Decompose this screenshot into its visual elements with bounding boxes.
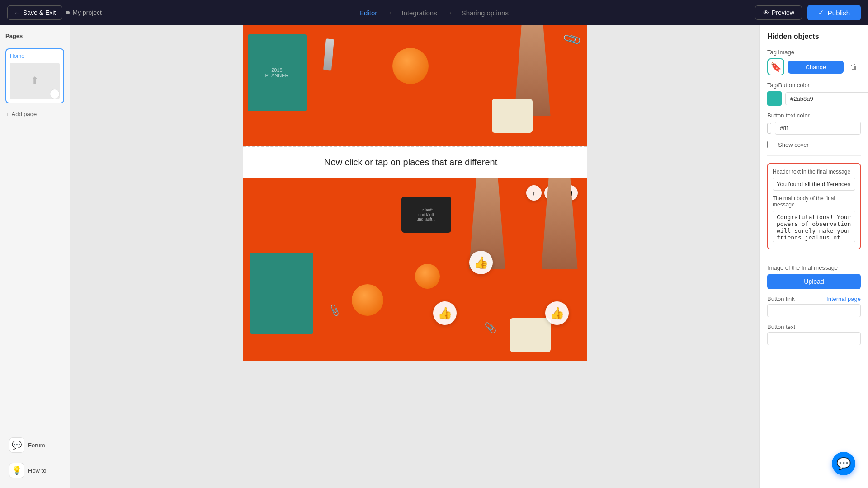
change-image-button[interactable]: Change — [788, 61, 844, 74]
button-text-label: Button text — [767, 324, 861, 330]
sidebar-tools: 💬 Forum 💡 How to — [5, 435, 64, 481]
bottom-planner-decoration — [250, 253, 313, 334]
thumbs-badge-1: 👍 — [469, 251, 493, 274]
arrow-1: → — [386, 9, 392, 16]
preview-button[interactable]: 👁 Preview — [755, 5, 802, 20]
home-page-label: Home — [10, 53, 60, 59]
move-up-button[interactable]: ↑ — [526, 185, 542, 201]
canvas-area[interactable]: 2018PLANNER 📎 Now click or tap on places… — [70, 25, 760, 488]
back-arrow-icon: ← — [14, 9, 20, 16]
orange-decoration-1 — [392, 48, 429, 84]
add-page-label: Add page — [12, 111, 37, 117]
final-message-header-input[interactable] — [773, 178, 855, 191]
final-message-body-label: The main body of the final message — [773, 195, 855, 208]
button-link-row: Button link Internal page — [767, 296, 861, 302]
final-message-body-textarea[interactable]: Congratulations! Your powers of observat… — [773, 211, 855, 242]
button-text-color-label: Button text color — [767, 112, 861, 119]
show-cover-checkbox[interactable] — [767, 141, 774, 148]
image-final-label: Image of the final message — [767, 264, 861, 271]
delete-tag-button[interactable]: 🗑 — [847, 60, 861, 74]
button-text-input[interactable] — [767, 332, 861, 345]
nail-decoration — [323, 38, 334, 70]
dot-icon — [66, 11, 70, 14]
publish-button[interactable]: ✓ Publish — [807, 5, 861, 20]
tag-button-color-section: Tag/Button color — [767, 82, 861, 106]
top-navigation: ← Save & Exit My project Editor → Integr… — [0, 0, 868, 25]
tag-image-section: Tag image 🔖 Change 🗑 — [767, 49, 861, 75]
planner-decoration: 2018PLANNER — [248, 34, 307, 111]
button-link-input[interactable] — [767, 304, 861, 317]
howto-label: How to — [28, 467, 46, 474]
howto-icon: 💡 — [9, 463, 24, 478]
tag-color-row — [767, 91, 861, 106]
final-message-box: Header text in the final message The mai… — [767, 163, 861, 249]
canvas-instruction-text: Now click or tap on places that are diff… — [324, 157, 505, 167]
divider-2 — [767, 257, 861, 257]
show-cover-label: Show cover — [778, 141, 809, 148]
forum-label: Forum — [28, 442, 45, 449]
internal-page-link[interactable]: Internal page — [826, 296, 861, 302]
button-text-color-input[interactable] — [775, 122, 861, 135]
thumbs-badge-3: 👍 — [545, 301, 569, 325]
tag-button-color-label: Tag/Button color — [767, 82, 861, 89]
canvas-instruction-row: Now click or tap on places that are diff… — [243, 146, 587, 178]
forum-icon: 💬 — [9, 437, 24, 453]
home-icon: ⬆ — [30, 75, 39, 87]
page-menu-button[interactable]: ⋯ — [50, 89, 60, 99]
image-final-section: Image of the final message Upload — [767, 264, 861, 289]
main-layout: Pages Home ⬆ ⋯ + Add page 💬 Forum 💡 How … — [0, 25, 868, 488]
nav-right: 👁 Preview ✓ Publish — [755, 5, 861, 20]
tag-image-label: Tag image — [767, 49, 861, 56]
show-cover-row: Show cover — [767, 141, 861, 148]
button-text-color-row — [767, 122, 861, 135]
button-link-label: Button link — [767, 296, 795, 302]
add-page-button[interactable]: + Add page — [5, 109, 64, 119]
step-sharing[interactable]: Sharing options — [458, 7, 512, 19]
car-decoration: Er läuftund läuftund läuft... — [401, 197, 451, 233]
tag-icon: 🔖 — [767, 58, 784, 75]
nav-left: ← Save & Exit My project — [7, 5, 102, 20]
pages-title: Pages — [5, 33, 64, 39]
button-text-color-swatch[interactable] — [767, 123, 771, 134]
project-name: My project — [66, 9, 102, 16]
button-text-color-section: Button text color — [767, 112, 861, 135]
thumbs-badge-2: 👍 — [433, 301, 457, 325]
right-panel: Hidden objects Tag image 🔖 Change 🗑 Tag/… — [760, 25, 868, 488]
step-integrations[interactable]: Integrations — [398, 7, 440, 19]
canvas-image-top: 2018PLANNER 📎 — [243, 25, 587, 146]
bottom-clips: 📎 — [484, 322, 496, 334]
tag-color-swatch[interactable] — [767, 91, 782, 106]
home-page-thumb[interactable]: Home ⬆ ⋯ — [5, 48, 64, 103]
bottom-orange-2 — [415, 264, 440, 289]
save-exit-button[interactable]: ← Save & Exit — [7, 5, 62, 20]
arrow-2: → — [446, 9, 453, 16]
nav-steps: Editor → Integrations → Sharing options — [356, 7, 512, 19]
step-editor[interactable]: Editor — [356, 7, 381, 19]
preview-label: Preview — [772, 9, 794, 16]
messenger-fab-button[interactable]: 💬 — [832, 452, 855, 475]
button-text-section: Button text — [767, 324, 861, 345]
bottom-palette — [510, 318, 551, 352]
button-link-section: Button link Internal page — [767, 296, 861, 317]
final-message-header-label: Header text in the final message — [773, 169, 855, 175]
check-icon: ✓ — [818, 9, 824, 17]
bottom-orange-1 — [352, 284, 383, 316]
project-name-label: My project — [72, 9, 102, 16]
tag-color-input[interactable] — [785, 92, 868, 105]
panel-title: Hidden objects — [767, 33, 861, 41]
publish-label: Publish — [828, 9, 850, 17]
left-sidebar: Pages Home ⬆ ⋯ + Add page 💬 Forum 💡 How … — [0, 25, 70, 488]
plus-icon: + — [5, 111, 9, 117]
canvas-image-bottom: ↑ ⧉ 🗑 Er läuftund läuftund läuft... 📎 📎 … — [243, 178, 587, 361]
howto-tool[interactable]: 💡 How to — [5, 460, 64, 481]
tag-image-row: 🔖 Change 🗑 — [767, 58, 861, 75]
divider-1 — [767, 155, 861, 156]
save-exit-label: Save & Exit — [23, 9, 56, 16]
eye-icon: 👁 — [763, 9, 769, 16]
upload-button[interactable]: Upload — [767, 274, 861, 289]
canvas-content: 2018PLANNER 📎 Now click or tap on places… — [243, 25, 587, 361]
palette-decoration — [492, 99, 533, 133]
clips-decoration: 📎 — [561, 29, 583, 50]
bottom-clips-2: 📎 — [327, 303, 342, 317]
forum-tool[interactable]: 💬 Forum — [5, 435, 64, 455]
